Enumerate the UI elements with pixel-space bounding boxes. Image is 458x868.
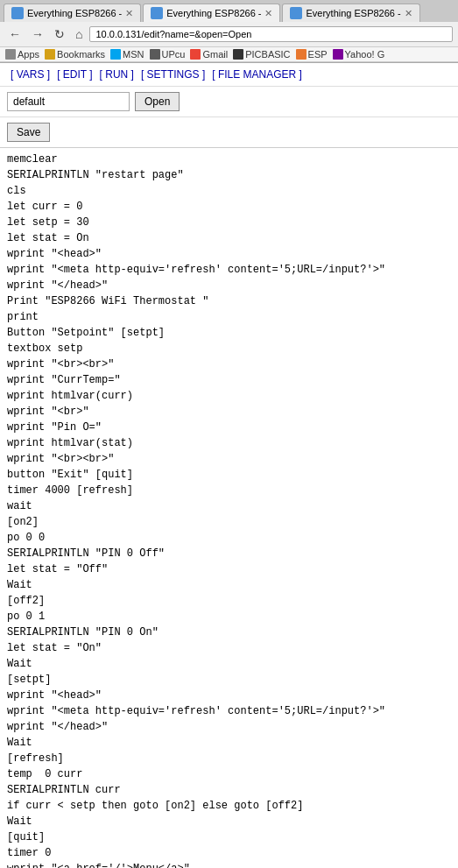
nav-bar: ← → ↻ ⌂ 10.0.0.131/edit?name=&open=Open — [0, 22, 458, 47]
code-area[interactable]: memclear SERIALPRINTLN "restart page" cl… — [0, 147, 458, 868]
reload-button[interactable]: ↻ — [51, 25, 68, 43]
bookmark-esp[interactable]: ESP — [296, 49, 328, 60]
tab-3[interactable]: Everything ESP8266 - ✕ — [282, 4, 419, 22]
menu-edit[interactable]: [ EDIT ] — [53, 68, 95, 81]
filename-input[interactable] — [7, 92, 130, 111]
back-button[interactable]: ← — [5, 25, 25, 43]
bookmark-apps-label: Apps — [18, 49, 39, 60]
tab-3-label: Everything ESP8266 - — [306, 8, 400, 18]
esp-icon — [296, 49, 307, 60]
page-content: [ VARS ] [ EDIT ] [ RUN ] [ SETTINGS ] [… — [0, 63, 458, 868]
upcu-icon — [150, 49, 160, 60]
forward-button[interactable]: → — [28, 25, 47, 43]
bookmark-gmail[interactable]: Gmail — [190, 49, 228, 60]
bookmark-bookmarks-label: Bookmarks — [57, 49, 105, 60]
browser-chrome: Everything ESP8266 - ✕ Everything ESP826… — [0, 0, 458, 63]
bookmark-picbasic-label: PICBASIC — [245, 49, 290, 60]
address-bar[interactable]: 10.0.0.131/edit?name=&open=Open — [89, 26, 453, 42]
bookmark-upcu-label: UPcu — [162, 49, 186, 60]
tab-1-close[interactable]: ✕ — [125, 8, 133, 19]
tab-1-label: Everything ESP8266 - — [27, 8, 122, 18]
apps-icon — [5, 49, 16, 60]
gmail-icon — [190, 49, 201, 60]
bookmark-yahoo-label: Yahoo! G — [345, 49, 385, 60]
bookmark-picbasic[interactable]: PICBASIC — [233, 49, 290, 60]
bookmark-apps[interactable]: Apps — [5, 49, 39, 60]
tab-2-icon — [151, 7, 163, 19]
yahoo-icon — [333, 49, 343, 60]
bookmark-esp-label: ESP — [308, 49, 328, 60]
tab-2[interactable]: Everything ESP8266 - ✕ — [143, 4, 280, 22]
home-button[interactable]: ⌂ — [72, 25, 86, 43]
address-text: 10.0.0.131/edit?name=&open=Open — [95, 29, 251, 39]
menu-run[interactable]: [ RUN ] — [96, 68, 137, 81]
tab-1[interactable]: Everything ESP8266 - ✕ — [4, 4, 141, 22]
open-button[interactable]: Open — [135, 92, 180, 111]
tab-bar: Everything ESP8266 - ✕ Everything ESP826… — [0, 0, 458, 22]
bookmarks-icon — [45, 49, 55, 60]
tab-3-icon — [290, 7, 302, 19]
tab-2-label: Everything ESP8266 - — [166, 8, 261, 18]
save-button[interactable]: Save — [7, 123, 50, 142]
bookmark-gmail-label: Gmail — [202, 49, 228, 60]
tab-2-close[interactable]: ✕ — [264, 8, 272, 19]
bookmark-msn[interactable]: MSN — [110, 49, 144, 60]
bookmark-msn-label: MSN — [123, 49, 144, 60]
bookmark-upcu[interactable]: UPcu — [150, 49, 186, 60]
menu-vars[interactable]: [ VARS ] — [7, 68, 53, 81]
tab-1-icon — [11, 7, 24, 19]
bookmark-bookmarks[interactable]: Bookmarks — [45, 49, 105, 60]
tab-3-close[interactable]: ✕ — [405, 8, 412, 19]
picbasic-icon — [233, 49, 243, 60]
menu-settings[interactable]: [ SETTINGS ] — [137, 68, 208, 81]
open-bar: Open — [0, 87, 458, 117]
bookmarks-bar: Apps Bookmarks MSN UPcu Gmail PICBASIC E… — [0, 47, 458, 62]
bookmark-yahoo[interactable]: Yahoo! G — [333, 49, 385, 60]
menu-bar: [ VARS ] [ EDIT ] [ RUN ] [ SETTINGS ] [… — [0, 63, 458, 87]
menu-filemanager[interactable]: [ FILE MANAGER ] — [208, 68, 306, 81]
msn-icon — [110, 49, 121, 60]
